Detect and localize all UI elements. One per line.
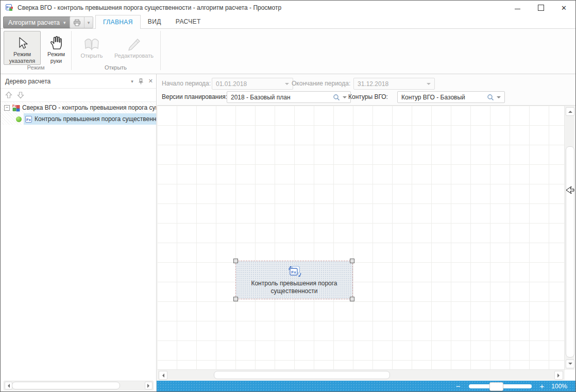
tree-root-label: Сверка ВГО - контроль превышения порога … — [22, 104, 156, 111]
svg-text:Fx: Fx — [291, 270, 296, 275]
vgo-contour-combobox[interactable]: Контур ВГО - Базовый — [397, 91, 505, 103]
parameters-bar: Начало периода: 01.01.2018 Окончание пер… — [157, 74, 575, 106]
scroll-left-button[interactable] — [159, 371, 167, 380]
group-open-label: Открыть — [71, 64, 160, 71]
open-label: Открыть — [80, 53, 103, 59]
group-separator — [160, 31, 161, 70]
hand-mode-button[interactable]: Режим руки — [43, 31, 70, 65]
scroll-up-button[interactable] — [566, 107, 574, 116]
tree-root-row[interactable]: − Fx Сверка ВГО - контроль превышения по… — [1, 102, 156, 113]
diagram-node[interactable]: Fx Контроль превышения порога существенн… — [235, 261, 353, 299]
tree-child-label: Контроль превышения порога существенност… — [35, 115, 156, 123]
tree: − Fx Сверка ВГО - контроль превышения по… — [1, 102, 156, 125]
app-window: Fx Сверка ВГО - контроль превышения поро… — [0, 0, 576, 392]
scrollbar-thumb[interactable] — [566, 146, 574, 357]
search-icon[interactable] — [333, 94, 340, 101]
title-bar: Fx Сверка ВГО - контроль превышения поро… — [1, 1, 575, 15]
period-start-value: 01.01.2018 — [216, 80, 282, 88]
fx-node-icon: Fx — [25, 115, 32, 123]
zoom-level: 100% — [551, 383, 567, 390]
close-button[interactable]: ✕ — [552, 1, 575, 15]
tree-toolbar — [1, 89, 156, 102]
vertical-scrollbar[interactable] — [564, 106, 575, 370]
open-button[interactable]: Открыть — [76, 31, 108, 65]
fx-function-icon: Fx — [286, 265, 302, 278]
planning-version-label: Версии планирования: — [162, 93, 227, 100]
scroll-right-icon — [557, 373, 562, 378]
scroll-right-icon — [147, 384, 151, 388]
zoom-out-button[interactable]: − — [456, 382, 461, 390]
tree-child-row[interactable]: Fx Контроль превышения порога существенн… — [1, 113, 156, 125]
scroll-right-button[interactable] — [145, 382, 153, 389]
tree-horizontal-scrollbar[interactable] — [4, 381, 154, 390]
panel-close-icon[interactable]: ✕ — [148, 78, 153, 84]
pointer-cursor-icon — [16, 31, 28, 50]
zoom-slider[interactable] — [469, 384, 532, 388]
minimize-button[interactable] — [506, 1, 529, 15]
hand-mode-label: Режим руки — [43, 51, 69, 64]
svg-text:Fx: Fx — [26, 117, 31, 122]
maximize-icon — [538, 5, 544, 11]
group-mode-label: Режим — [1, 64, 71, 71]
pointer-mode-label: Режим указателя — [4, 51, 40, 64]
open-book-icon — [83, 31, 100, 52]
tab-view[interactable]: ВИД — [141, 15, 168, 28]
planning-version-value: 2018 - Базовый план — [231, 94, 333, 101]
move-up-icon[interactable] — [5, 91, 12, 99]
node-label: Контроль превышения порога существенност… — [243, 280, 346, 295]
vgo-contour-value: Контур ВГО - Базовый — [401, 94, 487, 101]
window-controls: ✕ — [506, 1, 575, 15]
scroll-up-icon — [568, 109, 572, 113]
zoom-slider-thumb[interactable] — [489, 382, 503, 391]
period-end-combobox[interactable]: 31.12.2018 — [353, 78, 435, 90]
resize-handle-bottom-left[interactable] — [233, 297, 238, 301]
zoom-in-button[interactable]: + — [540, 382, 545, 390]
resize-handle-top-left[interactable] — [233, 259, 238, 263]
period-end-value: 31.12.2018 — [358, 80, 424, 88]
scrollbar-thumb[interactable] — [214, 371, 390, 379]
diagram-area: Начало периода: 01.01.2018 Окончание пер… — [157, 74, 575, 391]
period-start-combobox[interactable]: 01.01.2018 — [212, 78, 293, 90]
calc-algorithm-icon: Fx — [12, 104, 20, 112]
chevron-down-icon: ▾ — [63, 20, 66, 25]
scroll-right-button[interactable] — [554, 371, 563, 380]
maximize-button[interactable] — [529, 1, 552, 15]
scroll-left-icon — [160, 373, 164, 378]
edit-button[interactable]: Редактировать — [110, 31, 158, 65]
chevron-down-icon — [427, 83, 431, 87]
search-icon[interactable] — [487, 94, 494, 101]
svg-text:Fx: Fx — [12, 104, 16, 108]
pin-icon[interactable] — [138, 78, 144, 84]
panel-header: Дерево расчета ▾ ✕ — [1, 74, 156, 89]
app-icon: Fx — [5, 4, 13, 12]
tree-selection[interactable]: Fx Контроль превышения порога существенн… — [24, 113, 156, 125]
scroll-down-button[interactable] — [566, 360, 574, 368]
tab-calc[interactable]: РАСЧЕТ — [168, 15, 208, 28]
move-down-icon[interactable] — [17, 91, 24, 99]
tab-home[interactable]: ГЛАВНАЯ — [95, 15, 141, 29]
period-start-label: Начало периода: — [162, 80, 211, 87]
edit-label: Редактировать — [114, 53, 154, 59]
diagram-canvas[interactable]: Fx Контроль превышения порога существенн… — [157, 106, 565, 370]
scrollbar-thumb[interactable] — [12, 382, 120, 389]
print-split-button[interactable]: ▾ — [70, 16, 93, 28]
vgo-contour-label: Контуры ВГО: — [348, 93, 388, 100]
chevron-down-icon — [343, 96, 347, 100]
planning-version-combobox[interactable]: 2018 - Базовый план — [227, 91, 351, 103]
resize-handle-bottom-right[interactable] — [350, 297, 354, 301]
horizontal-scrollbar[interactable] — [157, 369, 565, 380]
panel-menu-chevron-icon[interactable]: ▾ — [131, 79, 133, 84]
ribbon-tab-row: Алгоритм расчета ▾ ▾ ГЛАВНАЯ ВИД РАСЧЕТ — [1, 15, 575, 29]
collapse-expander-icon[interactable]: − — [4, 105, 10, 111]
scroll-left-button[interactable] — [5, 382, 12, 389]
hand-icon — [49, 31, 63, 50]
print-dropdown-arrow[interactable]: ▾ — [84, 17, 93, 28]
printer-icon[interactable] — [70, 17, 84, 28]
chevron-down-icon — [497, 96, 501, 100]
app-menu-button[interactable]: Алгоритм расчета ▾ — [3, 16, 71, 28]
status-green-icon — [16, 116, 22, 122]
resize-handle-top-right[interactable] — [350, 259, 354, 263]
calc-tree-panel: Дерево расчета ▾ ✕ − — [1, 74, 157, 391]
pointer-mode-button[interactable]: Режим указателя — [4, 31, 41, 65]
minimize-icon — [515, 9, 520, 9]
